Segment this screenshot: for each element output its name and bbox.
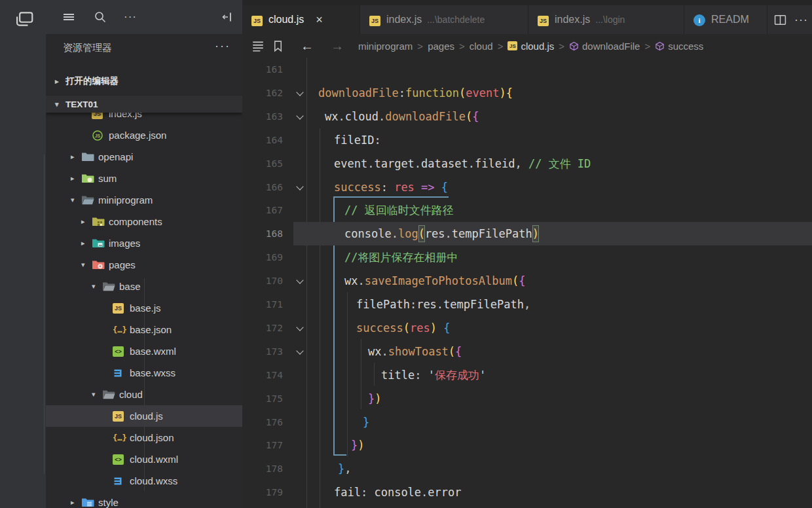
tree-item-sum[interactable]: ▸sum — [46, 168, 242, 189]
tree-item-base.wxss[interactable]: base.wxss — [46, 362, 242, 384]
code-editor[interactable]: 161162downloadFile:function(event){163wx… — [242, 58, 812, 508]
breadcrumb: miniprogram>pages>cloud>JScloud.js>downl… — [358, 41, 703, 52]
token: ' — [479, 369, 486, 382]
line-number: 168 — [242, 222, 283, 245]
tree-item-base[interactable]: ▾base — [46, 276, 242, 297]
breadcrumb-separator: > — [498, 41, 504, 52]
symbol-cube-icon — [655, 41, 665, 51]
tree-item-cloud.js[interactable]: JScloud.js — [46, 405, 242, 427]
tree-item-cloud.wxml[interactable]: <>cloud.wxml — [46, 448, 242, 470]
sidebar-toolbar: ··· — [46, 0, 242, 34]
fold-chevron-icon[interactable] — [296, 347, 303, 354]
tree-item-style[interactable]: ▸style — [46, 492, 242, 508]
code-line-177[interactable]: 177}) — [242, 433, 812, 457]
token: . — [338, 110, 344, 123]
breadcrumb-item-label: cloud — [470, 41, 493, 52]
tree-item-icon — [81, 173, 97, 184]
token: : — [399, 86, 405, 100]
nav-back-icon[interactable]: ← — [301, 39, 314, 54]
code-line-169[interactable]: 169//将图片保存在相册中 — [242, 245, 812, 269]
tree-item-package.json[interactable]: JSpackage.json — [46, 124, 242, 146]
fold-chevron-icon[interactable] — [296, 323, 303, 331]
tab-cloud-js[interactable]: JScloud.js× — [242, 5, 360, 34]
code-line-167[interactable]: 167// 返回临时文件路径 — [242, 198, 812, 222]
breadcrumb-item-miniprogram[interactable]: miniprogram — [358, 41, 413, 52]
move-sidebar-icon[interactable] — [220, 10, 234, 24]
sidebar-sash[interactable] — [44, 154, 45, 474]
token: function — [405, 86, 459, 100]
tab-index-js[interactable]: JSindex.js...\login — [528, 5, 684, 34]
tree-item-base.js[interactable]: JSbase.js — [46, 297, 242, 319]
fold-chevron-icon[interactable] — [296, 276, 303, 283]
tree-item-openapi[interactable]: ▸openapi — [46, 146, 242, 168]
chevron-down-icon: ▾ — [92, 390, 102, 399]
breadcrumb-item-downloadFile[interactable]: downloadFile — [569, 41, 640, 52]
code-line-162[interactable]: 162downloadFile:function(event){ — [242, 81, 812, 105]
fold-chevron-icon[interactable] — [296, 183, 303, 190]
tab-index-js[interactable]: JSindex.js...\batchdelete — [360, 5, 528, 34]
token: } — [363, 416, 369, 429]
tree-item-pages[interactable]: ▾pages — [46, 254, 242, 276]
code-line-165[interactable]: 165event.target.dataset.fileid, // 文件 ID — [242, 152, 812, 175]
breadcrumb-item-cloud[interactable]: cloud — [470, 41, 493, 52]
menu-icon[interactable] — [62, 10, 76, 24]
code-line-179[interactable]: 179fail: console.error — [242, 481, 812, 504]
code-line-171[interactable]: 171filePath:res.tempFilePath, — [242, 293, 812, 316]
split-editor-icon[interactable] — [774, 14, 786, 26]
token: dataset — [421, 157, 468, 170]
open-editors-icon[interactable] — [14, 10, 34, 30]
tree-item-images[interactable]: ▸images — [46, 232, 242, 254]
breadcrumb-item-success[interactable]: success — [655, 41, 703, 52]
tree-item-miniprogram[interactable]: ▾miniprogram — [46, 189, 242, 211]
tree-item-label: base.js — [130, 302, 161, 314]
tree-item-base.wxml[interactable]: <>base.wxml — [46, 340, 242, 362]
more-actions-icon[interactable]: ··· — [123, 10, 138, 24]
tree-item-icon: JS — [92, 130, 107, 141]
fold-chevron-icon[interactable] — [296, 112, 303, 119]
code-line-166[interactable]: 166success: res => { — [242, 175, 812, 199]
search-icon[interactable] — [93, 10, 107, 24]
token: ( — [449, 345, 455, 358]
tree-item-icon — [92, 217, 107, 227]
json-file-icon: {…} — [113, 433, 127, 443]
close-icon[interactable]: × — [316, 14, 323, 25]
section-root-text01[interactable]: ▾ TEXT01 — [46, 96, 242, 113]
tree-item-label: package.json — [109, 130, 166, 141]
code-line-175[interactable]: 175}) — [242, 387, 812, 410]
tree-item-cloud.json[interactable]: {…}cloud.json — [46, 427, 242, 448]
tree-item-base.json[interactable]: {…}base.json — [46, 319, 242, 340]
code-line-178[interactable]: 178}, — [242, 457, 812, 481]
folder-icon — [92, 238, 105, 249]
token: , — [515, 157, 528, 170]
bookmark-icon[interactable] — [272, 40, 284, 52]
token: , — [344, 462, 351, 475]
token: : — [374, 134, 380, 147]
chevron-right-icon: ▸ — [81, 239, 92, 247]
tree-item-label: cloud.wxss — [130, 475, 177, 486]
explorer-sidebar: 资源管理器 ··· JSindex.jsJSpackage.json▸opena… — [46, 34, 242, 508]
code-line-173[interactable]: 173wx.showToast({ — [242, 340, 812, 363]
breadcrumb-item-cloud-js[interactable]: JScloud.js — [507, 41, 554, 52]
tree-item-components[interactable]: ▸components — [46, 211, 242, 232]
code-line-161[interactable]: 161 — [242, 58, 812, 81]
code-line-163[interactable]: 163wx.cloud.downloadFile({ — [242, 105, 812, 128]
tab-readm[interactable]: iREADM — [684, 5, 767, 34]
code-line-176[interactable]: 176} — [242, 410, 812, 434]
tree-item-cloud[interactable]: ▾cloud — [46, 384, 242, 405]
code-line-172[interactable]: 172success(res) { — [242, 316, 812, 340]
tree-item-cloud.wxss[interactable]: cloud.wxss — [46, 470, 242, 492]
breadcrumb-separator: > — [417, 41, 423, 52]
code-line-180[interactable]: 180}) — [242, 504, 812, 508]
outline-list-icon[interactable] — [251, 40, 265, 52]
code-line-174[interactable]: 174title: '保存成功' — [242, 363, 812, 387]
code-line-168[interactable]: 168console.log(res.tempFilePath) — [242, 222, 812, 245]
more-editor-actions-icon[interactable]: ··· — [794, 16, 808, 23]
breadcrumb-item-pages[interactable]: pages — [428, 41, 454, 52]
js-file-icon: JS — [113, 411, 124, 422]
code-line-170[interactable]: 170wx.saveImageToPhotosAlbum({ — [242, 269, 812, 293]
nav-forward-icon[interactable]: → — [331, 39, 344, 54]
token: ) — [375, 392, 381, 405]
code-line-164[interactable]: 164fileID: — [242, 128, 812, 152]
tree-item-icon: {…} — [113, 433, 128, 443]
fold-chevron-icon[interactable] — [296, 88, 303, 96]
